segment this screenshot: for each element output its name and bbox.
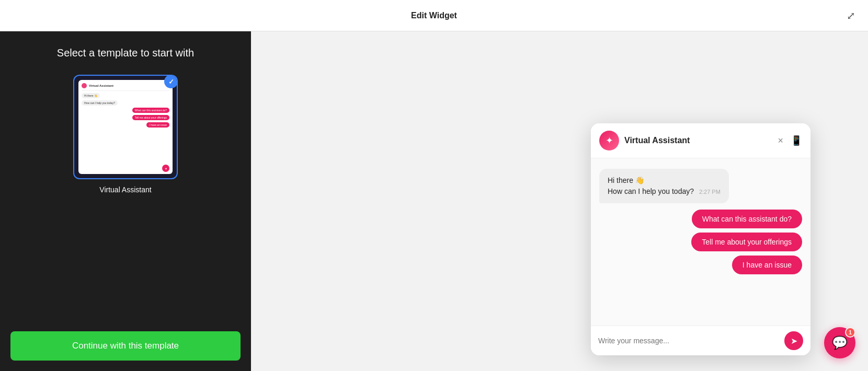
floating-badge: 1 — [845, 327, 855, 338]
bot-greeting-text: Hi there 👋How can I help you today? — [608, 176, 696, 195]
bot-message-time: 2:27 PM — [699, 189, 721, 195]
mini-msg-greeting: Hi there 👋 — [82, 93, 100, 98]
quick-reply-btn-3[interactable]: I have an issue — [732, 256, 802, 274]
right-panel: ✦ Virtual Assistant × 📱 Hi there 👋How ca… — [251, 31, 868, 371]
mini-chat-preview: Virtual Assistant Hi there 👋 How can I h… — [78, 80, 173, 174]
template-card-virtual-assistant[interactable]: Virtual Assistant Hi there 👋 How can I h… — [73, 75, 178, 179]
floating-chat-button[interactable]: 💬 1 — [824, 327, 855, 358]
page-title: Edit Widget — [411, 11, 457, 20]
chat-close-button[interactable]: × — [778, 136, 783, 145]
mini-chat-title: Virtual Assistant — [89, 84, 113, 87]
chat-body: Hi there 👋How can I help you today? 2:27… — [591, 158, 810, 326]
bot-message: Hi there 👋How can I help you today? 2:27… — [599, 169, 729, 203]
template-name-label: Virtual Assistant — [99, 186, 151, 194]
expand-icon[interactable]: ⤢ — [847, 9, 855, 22]
send-icon: ➤ — [791, 336, 797, 346]
template-card-preview: Virtual Assistant Hi there 👋 How can I h… — [78, 80, 173, 174]
chat-header-title: Virtual Assistant — [624, 136, 772, 145]
chat-input-area: ➤ — [591, 326, 810, 355]
chat-header-icon: ✦ — [599, 131, 619, 150]
mini-logo-icon — [82, 83, 87, 88]
quick-replies: What can this assistant do? Tell me abou… — [599, 210, 802, 274]
mobile-icon: 📱 — [791, 135, 802, 146]
mini-reply2: Tell me about your offerings — [132, 115, 169, 120]
mini-msg-howcan: How can I help you today? — [82, 100, 118, 106]
quick-reply-btn-2[interactable]: Tell me about your offerings — [691, 233, 802, 251]
floating-chat-icon: 💬 — [832, 335, 848, 350]
continue-button[interactable]: Continue with this template — [10, 331, 241, 361]
mini-chat-header: Virtual Assistant — [82, 83, 169, 91]
mini-reply3: I have an issue — [146, 122, 169, 127]
top-bar: Edit Widget ⤢ — [0, 0, 868, 31]
selected-checkmark: ✓ — [164, 75, 178, 88]
left-panel: Select a template to start with Virtual … — [0, 31, 251, 371]
chat-send-button[interactable]: ➤ — [784, 331, 803, 350]
left-panel-heading: Select a template to start with — [57, 47, 194, 59]
chat-widget: ✦ Virtual Assistant × 📱 Hi there 👋How ca… — [591, 123, 810, 355]
quick-reply-btn-1[interactable]: What can this assistant do? — [692, 210, 802, 228]
mini-reply1: What can this assistant do? — [132, 108, 169, 113]
mini-bot-icon — [162, 165, 169, 172]
chat-message-input[interactable] — [598, 337, 779, 345]
chat-header: ✦ Virtual Assistant × 📱 — [591, 123, 810, 158]
